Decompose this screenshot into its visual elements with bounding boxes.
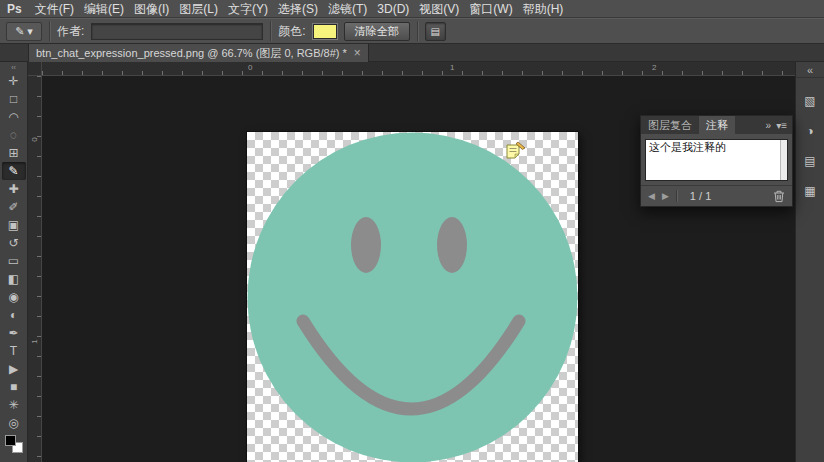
panel-menu-icon[interactable]: ▾≡ xyxy=(776,120,787,131)
note-annotation-icon[interactable] xyxy=(505,141,527,161)
menu-item[interactable]: 文件(F) xyxy=(30,0,79,18)
ruler-label: 1 xyxy=(450,63,454,72)
styles-panel-icon[interactable]: ▤ xyxy=(799,151,821,171)
note-color-swatch[interactable] xyxy=(313,24,337,39)
brush-tool[interactable]: ✐ xyxy=(2,198,26,216)
notes-panel-tabs: 图层复合注释 xyxy=(641,116,735,134)
delete-note-icon[interactable] xyxy=(773,190,785,203)
horizontal-ruler[interactable]: 012 xyxy=(42,62,795,76)
separator xyxy=(270,21,271,41)
color-panel-icon[interactable]: ▧ xyxy=(799,91,821,111)
ruler-origin-corner[interactable] xyxy=(28,62,42,76)
toggle-notes-panel-button[interactable]: ▤ xyxy=(425,22,446,41)
note-page-indicator: 1 / 1 xyxy=(690,190,711,202)
color-label: 颜色: xyxy=(278,23,305,40)
note-tool-icon: ✎ xyxy=(15,25,24,38)
separator xyxy=(49,21,50,41)
quick-selection-tool[interactable]: ◌ xyxy=(2,126,26,144)
menu-item[interactable]: 滤镜(T) xyxy=(323,0,372,18)
note-tool[interactable]: ✎ xyxy=(2,162,26,180)
photoshop-logo: Ps xyxy=(0,2,30,16)
panel-tab-notes[interactable]: 注释 xyxy=(699,116,735,134)
gradient-tool[interactable]: ◧ xyxy=(2,270,26,288)
spot-healing-brush-tool[interactable]: ✚ xyxy=(2,180,26,198)
expand-panels-icon[interactable]: « xyxy=(796,62,824,78)
ruler-label: 1 xyxy=(30,336,39,348)
horizontal-type-tool[interactable]: T xyxy=(2,342,26,360)
note-scrollbar[interactable] xyxy=(780,140,787,180)
clear-all-button[interactable]: 清除全部 xyxy=(344,22,410,41)
smiley-right-eye xyxy=(437,217,467,273)
close-tab-icon[interactable]: × xyxy=(354,48,361,58)
layers-panel-icon[interactable]: ▦ xyxy=(799,181,821,201)
lasso-tool[interactable]: ◠ xyxy=(2,108,26,126)
crop-tool[interactable]: ⊞ xyxy=(2,144,26,162)
panel-dock: « ▧◑▤▦ xyxy=(795,62,824,462)
smiley-left-eye xyxy=(351,217,381,273)
options-bar: ✎ ▾ 作者: 颜色: 清除全部 ▤ xyxy=(0,18,824,44)
next-note-button[interactable]: ▶ xyxy=(662,191,669,201)
document-tab-title: btn_chat_expression_pressed.png @ 66.7% … xyxy=(36,46,347,61)
color-swatches-widget[interactable] xyxy=(5,435,23,453)
separator xyxy=(676,190,677,202)
zoom-tool[interactable]: ◎ xyxy=(2,414,26,432)
adjustments-panel-icon[interactable]: ◑ xyxy=(799,121,821,141)
menu-item[interactable]: 3D(D) xyxy=(372,0,414,18)
author-input[interactable] xyxy=(91,23,263,40)
tool-preset-picker[interactable]: ✎ ▾ xyxy=(6,22,42,41)
history-brush-tool[interactable]: ↺ xyxy=(2,234,26,252)
move-tool[interactable]: ✛ xyxy=(2,72,26,90)
clone-stamp-tool[interactable]: ▣ xyxy=(2,216,26,234)
notes-panel: 图层复合注释 » ▾≡ 这个是我注释的 ◀ ▶ 1 / 1 xyxy=(640,115,793,207)
foreground-color-swatch[interactable] xyxy=(5,435,16,446)
pen-tool[interactable]: ✒ xyxy=(2,324,26,342)
note-text-area[interactable]: 这个是我注释的 xyxy=(645,139,788,181)
smiley-image xyxy=(247,132,578,462)
chevron-down-icon: ▾ xyxy=(27,25,33,38)
document-tab[interactable]: btn_chat_expression_pressed.png @ 66.7% … xyxy=(28,44,369,62)
menu-item[interactable]: 图层(L) xyxy=(174,0,223,18)
collapse-panel-icon[interactable]: » xyxy=(766,120,772,131)
ruler-label: 2 xyxy=(652,63,656,72)
eraser-tool[interactable]: ▭ xyxy=(2,252,26,270)
document-tab-bar: btn_chat_expression_pressed.png @ 66.7% … xyxy=(0,44,824,62)
notes-panel-content: 这个是我注释的 xyxy=(641,134,792,185)
separator xyxy=(417,21,418,41)
ruler-label: 0 xyxy=(30,134,39,146)
dodge-tool[interactable]: ◐ xyxy=(2,306,26,324)
hand-tool[interactable]: ✳ xyxy=(2,396,26,414)
notes-panel-footer: ◀ ▶ 1 / 1 xyxy=(641,185,792,206)
blur-tool[interactable]: ◉ xyxy=(2,288,26,306)
ruler-label: 0 xyxy=(248,63,252,72)
dock-icon-list: ▧◑▤▦ xyxy=(799,86,821,206)
menu-bar-items: 文件(F)编辑(E)图像(I)图层(L)文字(Y)选择(S)滤镜(T)3D(D)… xyxy=(30,0,569,18)
panel-tab-layer-comps[interactable]: 图层复合 xyxy=(641,116,699,134)
rectangle-tool[interactable]: ■ xyxy=(2,378,26,396)
toolbar-collapse-icon[interactable]: ‹‹ xyxy=(11,63,16,72)
path-selection-tool[interactable]: ▶ xyxy=(2,360,26,378)
menu-bar: Ps 文件(F)编辑(E)图像(I)图层(L)文字(Y)选择(S)滤镜(T)3D… xyxy=(0,0,824,18)
menu-item[interactable]: 窗口(W) xyxy=(464,0,517,18)
notes-panel-header: 图层复合注释 » ▾≡ xyxy=(641,116,792,134)
vertical-ruler[interactable]: 01 xyxy=(28,76,42,462)
note-text: 这个是我注释的 xyxy=(649,141,726,153)
menu-item[interactable]: 视图(V) xyxy=(414,0,464,18)
menu-item[interactable]: 文字(Y) xyxy=(223,0,273,18)
document-canvas[interactable] xyxy=(247,132,578,462)
menu-item[interactable]: 帮助(H) xyxy=(518,0,569,18)
author-label: 作者: xyxy=(57,23,84,40)
menu-item[interactable]: 图像(I) xyxy=(129,0,174,18)
previous-note-button[interactable]: ◀ xyxy=(648,191,655,201)
menu-item[interactable]: 编辑(E) xyxy=(79,0,129,18)
tool-list: ✛□◠◌⊞✎✚✐▣↺▭◧◉◐✒T▶■✳◎ xyxy=(2,72,26,432)
menu-item[interactable]: 选择(S) xyxy=(273,0,323,18)
rectangular-marquee-tool[interactable]: □ xyxy=(2,90,26,108)
tools-panel: ‹‹ ✛□◠◌⊞✎✚✐▣↺▭◧◉◐✒T▶■✳◎ xyxy=(0,62,28,462)
